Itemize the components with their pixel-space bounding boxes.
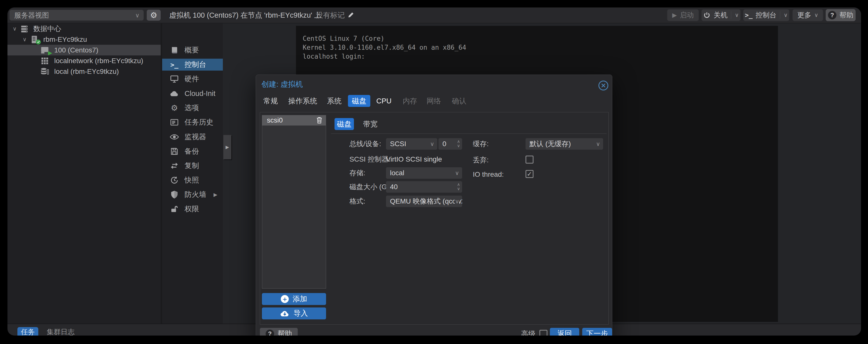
subtab-disk[interactable]: 磁盘	[335, 118, 354, 130]
chevron-expanded-icon[interactable]: ∨	[10, 26, 19, 32]
bus-select[interactable]: SCSI ∨	[386, 138, 437, 150]
chevron-down-icon[interactable]: ∨	[735, 12, 739, 19]
history-icon	[169, 176, 179, 184]
storage-icon	[39, 67, 50, 76]
menu-item-replication[interactable]: 复制	[162, 160, 223, 172]
button-divider	[731, 11, 731, 19]
tasks-tab[interactable]: 任务	[18, 327, 38, 336]
more-button[interactable]: 更多 ∨	[793, 9, 823, 21]
dialog-close-button[interactable]	[598, 80, 609, 91]
chevron-expanded-icon[interactable]: ∨	[21, 36, 29, 43]
eye-icon	[169, 134, 179, 140]
close-circle-icon	[598, 80, 609, 91]
menu-item-snapshots[interactable]: 快照	[162, 174, 223, 186]
menu-item-cloud-init[interactable]: Cloud-Init	[162, 88, 223, 99]
next-button[interactable]: 下一步	[582, 328, 612, 336]
tab-label: 内存	[403, 97, 417, 105]
disk-list-item-scsi0[interactable]: scsi0	[262, 115, 326, 126]
create-vm-dialog: 创建: 虚拟机 常规 操作系统 系统 磁盘 CPU 内存 网络 确认 scsi0…	[256, 75, 612, 336]
tab-os[interactable]: 操作系统	[288, 94, 317, 108]
sidebar-collapse-handle[interactable]: ▶	[223, 135, 231, 159]
cache-select[interactable]: 默认 (无缓存) ∨	[526, 138, 603, 150]
disk-list	[262, 115, 326, 288]
no-tags-label: 没有标记	[316, 11, 345, 19]
menu-item-task-history[interactable]: 任务历史	[162, 116, 223, 128]
shutdown-button-label: 关机	[714, 10, 727, 20]
header-bar: 服务器视图 ∨ ⚙ 虚拟机 100 (Centos7) 在节点 'rbm-EYc…	[7, 7, 861, 23]
tree-item-datacenter[interactable]: ∨ 数据中心	[7, 23, 161, 34]
tab-cpu[interactable]: CPU	[376, 94, 392, 108]
gear-icon: ⚙	[150, 11, 157, 20]
start-button[interactable]: ▶ 启动	[667, 9, 699, 21]
screen: 服务器视图 ∨ ⚙ 虚拟机 100 (Centos7) 在节点 'rbm-EYc…	[0, 0, 868, 344]
menu-item-monitor[interactable]: 监视器	[162, 131, 223, 143]
cluster-log-tab[interactable]: 集群日志	[47, 327, 74, 336]
spinner-down-icon[interactable]: ∨	[457, 144, 460, 148]
tab-system[interactable]: 系统	[327, 94, 341, 108]
tree-item-label: localnetwork (rbm-EYc9tkzu)	[54, 57, 143, 65]
view-selector[interactable]: 服务器视图 ∨	[9, 10, 144, 21]
help-button-label: 帮助	[839, 10, 853, 20]
chevron-down-icon: ∨	[455, 167, 459, 179]
shutdown-button[interactable]: 关机 ∨	[701, 9, 741, 21]
dialog-help-button[interactable]: ? 帮助	[260, 328, 298, 336]
storage-select[interactable]: local ∨	[386, 167, 462, 179]
save-icon	[169, 147, 179, 156]
spinner-icons[interactable]: ∧∨	[457, 182, 460, 191]
tree-item-vm-100[interactable]: ▶ 100 (Centos7)	[7, 45, 161, 56]
expand-arrow-icon: ▶	[225, 144, 229, 150]
spinner-up-icon[interactable]: ∧	[457, 139, 460, 144]
subtab-bandwidth[interactable]: 带宽	[360, 118, 381, 130]
tags-area[interactable]: 没有标记	[316, 7, 355, 23]
advanced-label: 高级	[521, 328, 535, 336]
cache-select-value: 默认 (无缓存)	[529, 140, 571, 148]
terminal-icon: >_	[745, 11, 753, 19]
chevron-down-icon: ∨	[430, 138, 434, 150]
tab-network: 网络	[427, 94, 441, 108]
back-button[interactable]: 返回	[550, 328, 579, 336]
next-button-label: 下一步	[586, 329, 608, 336]
tab-general[interactable]: 常规	[264, 94, 278, 108]
tree-item-local-storage[interactable]: local (rbm-EYc9tkzu)	[7, 66, 161, 77]
advanced-checkbox[interactable]: ✓	[539, 330, 548, 336]
import-disk-button[interactable]: 导入	[262, 307, 326, 319]
menu-item-label: 任务历史	[185, 117, 213, 127]
menu-item-console[interactable]: >_ 控制台	[162, 59, 223, 71]
spinner-icons[interactable]: ∧∨	[457, 139, 460, 148]
settings-gear-button[interactable]: ⚙	[147, 10, 161, 21]
tree-item-node[interactable]: ∨ rbm-EYc9tkzu	[7, 34, 161, 45]
back-button-label: 返回	[557, 329, 572, 336]
add-disk-button[interactable]: ＋ 添加	[262, 293, 326, 305]
menu-item-permissions[interactable]: 权限	[162, 203, 223, 215]
format-label: 格式:	[349, 196, 365, 207]
io-thread-checkbox[interactable]: ✓	[526, 170, 533, 178]
menu-item-label: 硬件	[185, 74, 199, 84]
tree-item-localnetwork[interactable]: localnetwork (rbm-EYc9tkzu)	[7, 56, 161, 66]
menu-item-options[interactable]: ⚙ 选项	[162, 102, 223, 114]
chevron-down-icon[interactable]: ∨	[784, 12, 788, 19]
format-select[interactable]: QEMU 映像格式 (qcow2) ∨	[386, 196, 462, 207]
console-button[interactable]: >_ 控制台 ∨	[743, 9, 789, 21]
tab-disks[interactable]: 磁盘	[348, 95, 370, 107]
device-number-value: 0	[442, 140, 446, 148]
network-icon	[39, 56, 50, 66]
list-icon	[169, 118, 179, 126]
menu-item-firewall[interactable]: 防火墙 ▶	[162, 188, 223, 201]
menu-item-backup[interactable]: 备份	[162, 145, 223, 157]
storage-label: 存储:	[349, 167, 365, 179]
spinner-down-icon[interactable]: ∨	[457, 187, 460, 191]
subtab-label: 带宽	[363, 120, 377, 128]
unlock-icon	[169, 205, 179, 213]
menu-item-label: 备份	[185, 146, 199, 156]
terminal-icon: >_	[169, 61, 179, 69]
menu-item-hardware[interactable]: 硬件	[162, 73, 223, 85]
device-number-input[interactable]: 0 ∧∨	[438, 138, 462, 150]
discard-checkbox[interactable]: ✓	[526, 156, 533, 164]
disk-size-input[interactable]: 40 ∧∨	[386, 181, 462, 193]
spinner-up-icon[interactable]: ∧	[457, 182, 460, 187]
console-line: localhost login:	[303, 52, 778, 61]
vm-menu: 概要 >_ 控制台 硬件 Cloud-Init ⚙ 选项 任务历史 监视器 备份	[162, 23, 223, 323]
menu-item-summary[interactable]: 概要	[162, 44, 223, 56]
trash-icon[interactable]	[316, 116, 322, 124]
help-button[interactable]: ? 帮助	[826, 9, 856, 21]
